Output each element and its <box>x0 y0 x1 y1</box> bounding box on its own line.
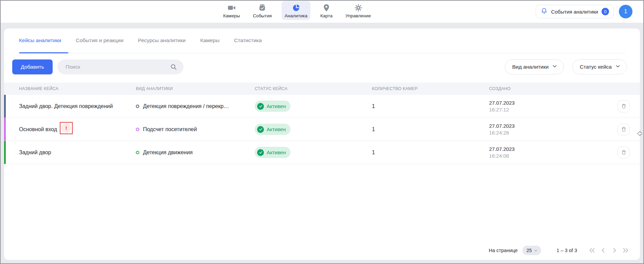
analytics-events-button[interactable]: События аналитики 0 <box>536 5 614 18</box>
top-bar-right: События аналитики 0 1 <box>536 5 632 18</box>
alert-highlight-box: ! <box>60 122 73 134</box>
column-header-camera-count: КОЛИЧЕСТВО КАМЕР <box>372 86 489 91</box>
created-time: 16:24:08 <box>489 153 597 159</box>
per-page-select[interactable]: 25 <box>522 246 541 255</box>
tab-analytics-resources[interactable]: Ресурсы аналитики <box>138 37 185 43</box>
section-tabs: Кейсы аналитики События и реакции Ресурс… <box>19 37 262 43</box>
nav-item-map[interactable]: Карта <box>317 1 336 20</box>
per-page-value: 25 <box>526 248 532 253</box>
nav-label: События <box>253 13 272 18</box>
events-icon <box>258 3 267 12</box>
gear-icon <box>354 3 363 12</box>
filters: Вид аналитики Статус кейса <box>505 59 627 74</box>
user-avatar[interactable]: 1 <box>619 5 632 18</box>
status-label: Активен <box>267 149 286 155</box>
warning-icon: ! <box>61 123 71 133</box>
search-box <box>57 59 183 74</box>
per-page-label: На странице <box>489 248 518 253</box>
pager-buttons <box>588 247 629 254</box>
tabs-divider <box>19 53 625 53</box>
check-icon <box>257 149 264 156</box>
nav-item-cameras[interactable]: Камеры <box>220 1 243 20</box>
first-page-icon[interactable] <box>588 247 596 254</box>
status-badge: Активен <box>255 147 290 158</box>
analytics-type-filter-label: Вид аналитики <box>512 64 549 70</box>
video-camera-icon <box>227 3 236 12</box>
chevron-down-icon <box>552 64 557 70</box>
nav-label: Аналитика <box>285 13 307 18</box>
camera-count: 1 <box>372 126 489 133</box>
map-pin-icon <box>322 3 331 12</box>
case-status-filter[interactable]: Статус кейса <box>572 59 627 74</box>
column-header-created: СОЗДАНО <box>489 86 597 91</box>
tab-analytics-cases[interactable]: Кейсы аналитики <box>19 37 61 43</box>
page-range-label: 1 – 3 of 3 <box>557 248 577 253</box>
top-bar: Камеры События Аналитика Карта Управлени <box>0 0 644 23</box>
status-badge: Активен <box>255 124 290 135</box>
tab-statistics[interactable]: Статистика <box>234 37 262 43</box>
tab-events-reactions[interactable]: События и реакции <box>76 37 123 43</box>
main-navigation: Камеры События Аналитика Карта Управлени <box>220 1 374 20</box>
check-icon <box>257 103 264 110</box>
pagination-bar: На странице 25 1 – 3 of 3 <box>4 244 640 257</box>
nav-label: Карта <box>320 13 333 18</box>
status-label: Активен <box>267 126 286 132</box>
analytics-type-label: Детекция движения <box>143 149 193 156</box>
search-icon[interactable] <box>170 63 177 71</box>
table-row[interactable]: Задний двор. Детекция повреждений Детекц… <box>4 95 640 118</box>
nav-label: Камеры <box>223 13 240 18</box>
created-time: 16:24:28 <box>489 129 597 136</box>
add-case-button[interactable]: Добавить <box>12 59 53 74</box>
case-name: Задний двор <box>6 149 136 156</box>
pie-chart-icon <box>292 3 301 12</box>
nav-item-events[interactable]: События <box>250 1 275 20</box>
camera-count: 1 <box>372 103 489 109</box>
analytics-cases-panel: Кейсы аналитики События и реакции Ресурс… <box>4 29 640 260</box>
camera-count: 1 <box>372 149 489 156</box>
chevron-down-icon <box>534 249 538 252</box>
prev-page-icon[interactable] <box>600 247 607 254</box>
delete-case-button[interactable] <box>618 100 630 112</box>
analytics-type-label: Подсчет посетителей <box>143 126 197 133</box>
delete-case-button[interactable] <box>618 123 630 136</box>
created-time: 16:27:12 <box>489 106 597 113</box>
table-body: Задний двор. Детекция повреждений Детекц… <box>4 95 640 164</box>
delete-case-button[interactable] <box>618 146 630 159</box>
chevron-down-icon <box>615 64 621 70</box>
created-date: 27.07.2023 <box>489 100 597 106</box>
events-count-badge: 0 <box>602 8 609 15</box>
nav-label: Управление <box>345 13 371 18</box>
nav-item-management[interactable]: Управление <box>342 1 374 20</box>
created-date: 27.07.2023 <box>489 146 597 153</box>
nav-item-analytics[interactable]: Аналитика <box>282 1 310 20</box>
search-input[interactable] <box>57 64 170 70</box>
case-name: Основной вход <box>19 126 57 133</box>
analytics-type-filter[interactable]: Вид аналитики <box>505 59 564 74</box>
analytics-type-ring-icon <box>136 151 139 154</box>
column-header-analytics-type: ВИД АНАЛИТИКИ <box>136 86 255 91</box>
created-date: 27.07.2023 <box>489 123 597 129</box>
last-page-icon[interactable] <box>622 247 629 254</box>
case-name: Задний двор. Детекция повреждений <box>6 103 136 109</box>
tab-cameras[interactable]: Камеры <box>200 37 219 43</box>
analytics-events-label: События аналитики <box>551 9 598 15</box>
column-header-case-name: НАЗВАНИЕ КЕЙСА <box>4 86 136 91</box>
case-status-filter-label: Статус кейса <box>580 64 612 70</box>
status-label: Активен <box>267 103 286 109</box>
analytics-type-label: Детекция повреждения / перекр… <box>143 103 229 109</box>
bell-icon <box>540 7 548 16</box>
column-header-case-status: СТАТУС КЕЙСА <box>255 86 372 91</box>
check-icon <box>257 126 264 133</box>
active-tab-underline <box>19 52 68 53</box>
mouse-cursor-artifact <box>637 130 643 138</box>
table-row[interactable]: Задний двор Детекция движения Активен 1 … <box>4 141 640 164</box>
table-header: НАЗВАНИЕ КЕЙСА ВИД АНАЛИТИКИ СТАТУС КЕЙС… <box>4 83 640 95</box>
analytics-type-ring-icon <box>136 105 139 108</box>
table-row[interactable]: Основной вход ! Подсчет посетителей Акти… <box>4 118 640 141</box>
status-badge: Активен <box>255 101 290 112</box>
analytics-type-ring-icon <box>136 128 139 131</box>
next-page-icon[interactable] <box>611 247 618 254</box>
